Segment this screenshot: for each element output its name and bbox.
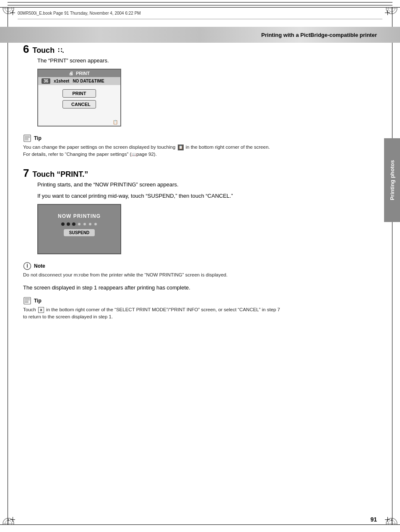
note1-text: Do not disconnect your m:robe from the p… [23,271,377,279]
svg-rect-20 [24,135,31,142]
tip2-label: Tip [34,298,42,304]
dots-row [61,222,97,226]
step7-heading: 7 Touch “PRINT.” [23,167,377,180]
step6-title: Touch [32,46,55,55]
now-printing-mockup: NOW PRINTING SUSPEND [37,204,121,254]
dot-4 [78,222,81,226]
main-content: 6 Touch ∷. The “PRINT” screen appears. 🖨… [23,43,377,515]
print-screen-title: PRINT [76,71,90,76]
print-screen-footer: 📋 [38,119,120,126]
print-btn[interactable]: PRINT [62,89,96,98]
step7-line1: Printing starts, and the “NOW PRINTING” … [37,181,377,188]
dot-7 [94,222,97,226]
print-screen-title-bar: 🖨 PRINT [38,70,120,77]
step6-icon: ∷. [58,46,64,54]
tip2-box: Tip Touch X in the bottom right corner o… [23,297,377,321]
suspend-btn[interactable]: SUSPEND [64,229,95,236]
side-tab: Printing photos [384,138,400,222]
crosshair-tr [385,10,390,15]
tip2-text2: in the bottom right corner of the “SELEC… [46,307,280,312]
crosshair-br [385,517,390,522]
print-number-badge: 36 [42,78,50,84]
dot-1 [61,222,65,226]
step7-title: Touch “PRINT.” [32,170,88,179]
dot-3 [72,222,75,226]
note1-box: ! Note Do not disconnect your m:robe fro… [23,262,377,279]
tip1-text: You can change the paper settings on the… [23,144,377,158]
print-screen-body: PRINT CANCEL [38,85,120,119]
print-info-row: 36 x1sheet NO DATE&TIME [38,77,120,85]
tip1-label: Tip [34,135,42,141]
footer-icon: 📋 [113,120,118,124]
top-border [0,0,400,8]
accent-band: Printing with a PictBridge-compatible pr… [0,27,400,43]
step6-number: 6 [23,43,29,56]
print-date-text: NO DATE&TIME [73,79,104,83]
tip2-x-icon: X [38,307,44,313]
closing-text: The screen displayed in step 1 reappears… [23,284,377,291]
tip1-icon [23,134,31,142]
note-icon: ! [23,262,31,270]
tip2-text: Touch X in the bottom right corner of th… [23,306,377,321]
print-icon: 🖨 [69,71,73,76]
step7-number: 7 [23,167,29,180]
crosshair-tl [10,10,15,15]
note1-header: ! Note [23,262,377,270]
chapter-title: Printing with a PictBridge-compatible pr… [261,32,377,38]
tip2-icon [23,297,31,305]
right-border [392,8,392,524]
crosshair-bl [10,517,15,522]
step7: 7 Touch “PRINT.” Printing starts, and th… [23,167,377,254]
page-number: 91 [370,516,377,523]
step7-line2: If you want to cancel printing mid-way, … [37,193,377,199]
tip1-header: Tip [23,134,377,142]
tip1-box: Tip You can change the paper settings on… [23,134,377,158]
tip2-header: Tip [23,297,377,305]
bottom-border [0,524,400,532]
note1-label: Note [34,263,45,269]
file-info-bar: 00MR500i_E.book Page 91 Thursday, Novemb… [18,8,382,19]
svg-rect-29 [24,297,31,304]
side-tab-label: Printing photos [389,160,395,200]
print-sheet: x1sheet [54,79,69,83]
left-border [8,8,8,524]
step6-subtitle: The “PRINT” screen appears. [37,57,377,64]
cancel-btn[interactable]: CANCEL [62,100,96,108]
tip2-touch-word: Touch [23,307,36,312]
dot-6 [88,222,92,226]
step6-heading: 6 Touch ∷. [23,43,377,56]
dot-2 [67,222,70,226]
file-info-text: 00MR500i_E.book Page 91 Thursday, Novemb… [18,11,141,15]
now-printing-title: NOW PRINTING [58,213,101,219]
tip2-text3: to return to the screen displayed in ste… [23,314,113,319]
dot-5 [83,222,86,226]
print-screen-mockup: 🖨 PRINT 36 x1sheet NO DATE&TIME PRINT CA… [37,69,121,127]
svg-text:!: ! [27,264,28,269]
tip1-inline-icon: 📋 [178,145,184,150]
